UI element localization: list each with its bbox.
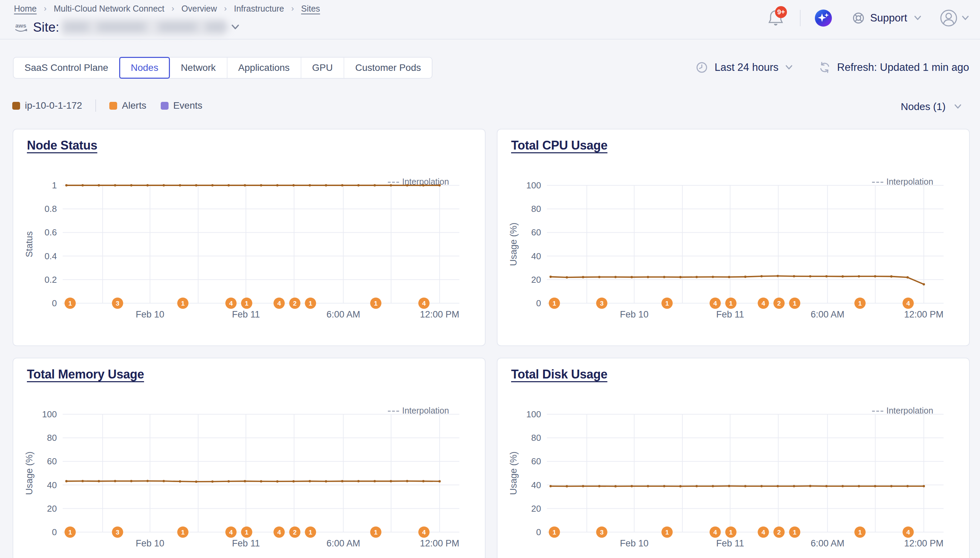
breadcrumb-separator: › <box>224 4 227 13</box>
y-tick-label: 0.4 <box>44 251 57 261</box>
y-tick-label: 0 <box>52 527 57 537</box>
breadcrumb-item[interactable]: Overview <box>182 4 217 14</box>
gridlines <box>547 185 944 303</box>
svg-text:2: 2 <box>777 300 781 307</box>
tab-customer-pods[interactable]: Customer Pods <box>344 57 432 78</box>
svg-text:1: 1 <box>69 529 72 536</box>
svg-text:3: 3 <box>600 300 604 307</box>
svg-text:1: 1 <box>858 300 862 307</box>
y-tick-label: 0 <box>536 527 541 537</box>
ai-assistant-button[interactable] <box>815 10 832 26</box>
node-status-card: 00.20.40.60.81Feb 10Feb 116:00 AM12:00 P… <box>13 129 486 346</box>
y-axis-ticks: 020406080100 <box>527 180 541 308</box>
breadcrumb-item[interactable]: Sites <box>301 4 320 14</box>
svg-text:2: 2 <box>293 300 297 307</box>
x-tick-label: Feb 10 <box>620 309 648 320</box>
notifications-button[interactable]: 9+ <box>767 9 784 27</box>
alert-markers[interactable]: 1314142114 <box>65 527 430 538</box>
y-axis-title: Usage (%) <box>24 451 34 495</box>
cpu-usage-title-link[interactable]: Total CPU Usage <box>511 138 607 153</box>
site-chevron-down-icon[interactable] <box>230 24 241 31</box>
series-legend: ip-10-0-1-172 Alerts Events <box>12 98 202 113</box>
svg-text:1: 1 <box>665 529 669 536</box>
breadcrumb-item[interactable]: Infrastructure <box>234 4 284 14</box>
x-tick-label: 6:00 AM <box>327 538 360 548</box>
x-tick-label: Feb 10 <box>620 538 648 548</box>
nodes-dropdown[interactable]: Nodes (1) <box>901 101 963 112</box>
y-tick-label: 100 <box>527 409 541 419</box>
alert-markers[interactable]: 1314142114 <box>549 527 914 538</box>
y-tick-label: 40 <box>531 251 541 261</box>
disk-usage-title-link[interactable]: Total Disk Usage <box>511 367 607 382</box>
legend-alerts-item[interactable]: Alerts <box>109 100 146 111</box>
svg-text:4: 4 <box>713 300 717 307</box>
view-tabs: SaaS Control PlaneNodesNetworkApplicatio… <box>13 57 432 79</box>
nodes-chevron-down-icon <box>953 103 963 110</box>
tab-nodes[interactable]: Nodes <box>120 57 170 78</box>
tab-gpu[interactable]: GPU <box>301 57 345 78</box>
x-tick-label: Feb 11 <box>716 309 744 320</box>
user-menu[interactable] <box>940 9 970 27</box>
site-name-redacted <box>61 17 226 37</box>
node-status-title-link[interactable]: Node Status <box>27 138 97 153</box>
svg-text:1: 1 <box>858 529 862 536</box>
legend-events-item[interactable]: Events <box>161 100 203 111</box>
interpolation-label: Interpolation <box>886 177 933 186</box>
disk-usage-card: 020406080100Feb 10Feb 116:00 AM12:00 PMU… <box>497 358 970 558</box>
svg-text:4: 4 <box>277 529 281 536</box>
svg-text:1: 1 <box>309 300 312 307</box>
site-label: Site: <box>33 20 59 35</box>
x-tick-label: 6:00 AM <box>327 309 360 320</box>
memory-usage-title-link[interactable]: Total Memory Usage <box>27 367 144 382</box>
events-color-swatch <box>161 102 169 110</box>
node-legend-label: ip-10-0-1-172 <box>25 100 82 111</box>
interpolation-label: Interpolation <box>402 406 449 415</box>
refresh-status: Refresh: Updated 1 min ago <box>837 61 969 74</box>
svg-text:1: 1 <box>374 300 378 307</box>
time-range-chevron-down-icon <box>785 64 793 71</box>
time-range-value: Last 24 hours <box>714 61 779 74</box>
series-line <box>65 184 441 187</box>
x-tick-label: 12:00 PM <box>420 538 459 548</box>
alerts-color-swatch <box>109 102 117 110</box>
time-range-select[interactable]: Last 24 hours <box>696 61 793 74</box>
svg-text:3: 3 <box>116 529 119 536</box>
svg-text:1: 1 <box>553 529 556 536</box>
y-axis-ticks: 020406080100 <box>42 409 57 537</box>
legend-divider <box>95 100 96 112</box>
x-axis-ticks: Feb 10Feb 116:00 AM12:00 PM <box>136 538 459 548</box>
legend-node-item[interactable]: ip-10-0-1-172 <box>12 100 82 111</box>
x-tick-label: Feb 11 <box>716 538 744 548</box>
svg-text:3: 3 <box>116 300 119 307</box>
tab-saas-control-plane[interactable]: SaaS Control Plane <box>14 57 120 78</box>
svg-text:1: 1 <box>553 300 556 307</box>
memory-usage-chart: 020406080100Feb 10Feb 116:00 AM12:00 PMU… <box>13 358 485 558</box>
svg-text:aws: aws <box>15 23 26 29</box>
disk-usage-chart: 020406080100Feb 10Feb 116:00 AM12:00 PMU… <box>497 358 969 558</box>
alert-markers[interactable]: 1314142114 <box>549 298 914 309</box>
y-tick-label: 0 <box>52 298 57 308</box>
alert-markers[interactable]: 1314142114 <box>65 298 430 309</box>
tab-applications[interactable]: Applications <box>227 57 301 78</box>
breadcrumb-item[interactable]: Multi-Cloud Network Connect <box>54 4 164 14</box>
y-tick-label: 80 <box>531 204 541 214</box>
refresh-button[interactable]: Refresh: Updated 1 min ago <box>819 61 969 74</box>
x-tick-label: 6:00 AM <box>811 538 844 548</box>
y-tick-label: 20 <box>531 504 541 514</box>
sparkle-icon <box>817 11 830 25</box>
breadcrumb-item[interactable]: Home <box>14 4 37 14</box>
events-legend-label: Events <box>173 100 203 111</box>
support-menu[interactable]: Support <box>852 12 922 24</box>
y-tick-label: 1 <box>52 180 57 190</box>
svg-text:1: 1 <box>729 529 733 536</box>
svg-text:4: 4 <box>422 529 426 536</box>
memory-usage-card: 020406080100Feb 10Feb 116:00 AM12:00 PMU… <box>13 358 486 558</box>
y-tick-label: 60 <box>531 456 541 466</box>
tab-network[interactable]: Network <box>170 57 227 78</box>
y-axis-ticks: 020406080100 <box>527 409 541 537</box>
x-axis-ticks: Feb 10Feb 116:00 AM12:00 PM <box>620 538 943 548</box>
svg-text:1: 1 <box>181 529 185 536</box>
svg-text:1: 1 <box>69 300 72 307</box>
svg-text:1: 1 <box>245 529 249 536</box>
notification-badge: 9+ <box>775 6 787 18</box>
